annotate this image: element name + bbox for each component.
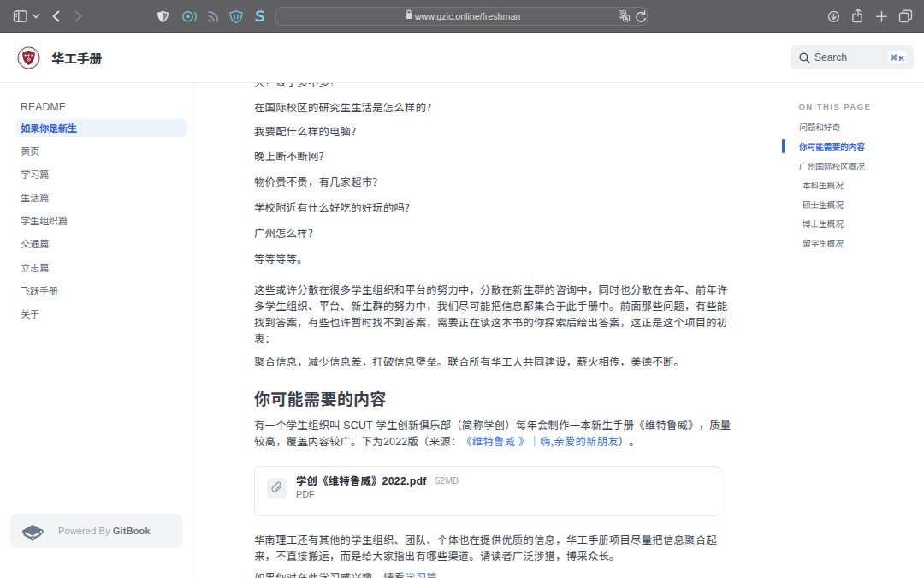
svg-text:K: K (899, 54, 905, 62)
